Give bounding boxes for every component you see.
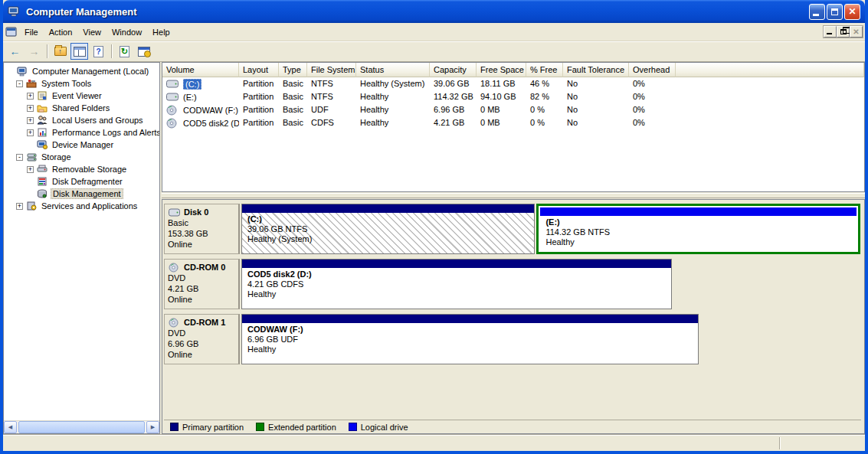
services-icon [25, 201, 38, 211]
column-header-type[interactable]: Type [279, 63, 307, 77]
column-header-capacity[interactable]: Capacity [430, 63, 477, 77]
help-question-icon: ? [93, 46, 103, 57]
tree-item-services-applications[interactable]: + Services and Applications [5, 200, 159, 212]
console-window-icon [5, 27, 17, 38]
partition-d-detail: 4.21 GB CDFS [247, 279, 671, 289]
cdrom0-label[interactable]: CD-ROM 0 DVD 4.21 GB Online [164, 259, 240, 309]
volume-name[interactable]: CODWAW (F:) [183, 106, 238, 115]
expand-icon[interactable]: + [27, 117, 34, 124]
partition-e[interactable]: (E:) 114.32 GB NTFS Healthy [536, 204, 860, 254]
partition-d[interactable]: COD5 disk2 (D:) 4.21 GB CDFS Healthy [241, 259, 672, 309]
volume-name[interactable]: (C:) [183, 79, 201, 90]
cd-icon [168, 263, 180, 273]
up-one-level-button[interactable]: ↑ [51, 43, 69, 60]
close-icon: ✕ [848, 7, 856, 16]
column-header-faulttolerance[interactable]: Fault Tolerance [563, 63, 629, 77]
tree-item-performance-logs[interactable]: + Performance Logs and Alerts [5, 126, 159, 139]
status-bar-divider [779, 437, 781, 449]
menu-view[interactable]: View [77, 25, 106, 39]
volume-name[interactable]: (E:) [183, 93, 197, 102]
mdi-close-button[interactable]: ✕ [850, 26, 863, 38]
menu-window[interactable]: Window [106, 25, 147, 39]
back-button[interactable]: ← [6, 43, 24, 60]
menu-file[interactable]: File [19, 25, 44, 39]
tree-item-event-viewer[interactable]: + Event Viewer [5, 90, 159, 102]
tree-item-computer-management[interactable]: Computer Management (Local) [5, 65, 159, 77]
scrollbar-track[interactable] [17, 421, 146, 433]
scroll-left-button[interactable]: ◀ [4, 421, 17, 433]
disk0-label[interactable]: Disk 0 Basic 153.38 GB Online [164, 204, 240, 254]
menu-help[interactable]: Help [147, 25, 175, 39]
tree-item-shared-folders[interactable]: + Shared Folders [5, 102, 159, 114]
expand-icon[interactable]: + [27, 93, 34, 100]
cdrom1-row: CD-ROM 1 DVD 6.96 GB Online CODWAW (F:) … [164, 314, 861, 364]
column-header-pctfree[interactable]: % Free [526, 63, 563, 77]
partition-f-status: Healthy [247, 345, 698, 354]
menu-action[interactable]: Action [44, 25, 78, 39]
show-hide-console-tree-button[interactable] [70, 43, 88, 60]
close-button[interactable]: ✕ [844, 4, 860, 20]
cd-icon [168, 318, 180, 328]
tree-item-device-manager[interactable]: Device Manager [5, 139, 159, 151]
disk-graphical-view: Disk 0 Basic 153.38 GB Online (C:) 39.06… [162, 199, 865, 434]
scrollbar-thumb[interactable] [18, 421, 145, 433]
properties-button[interactable]: ? [90, 43, 107, 60]
collapse-icon[interactable]: - [16, 80, 23, 87]
column-header-overhead[interactable]: Overhead [629, 63, 676, 77]
scroll-right-button[interactable]: ▶ [146, 421, 159, 433]
mdi-window-controls: ✕ [823, 25, 863, 38]
pane-splitter[interactable] [162, 193, 865, 198]
column-header-filler [676, 63, 864, 77]
partition-f-title: CODWAW (F:) [247, 325, 698, 335]
cdrom1-label[interactable]: CD-ROM 1 DVD 6.96 GB Online [164, 314, 240, 364]
column-header-layout[interactable]: Layout [239, 63, 279, 77]
volume-name[interactable]: COD5 disk2 (D:) [183, 119, 239, 128]
expand-icon[interactable]: + [27, 166, 34, 173]
legend-extended-partition: Extended partition [256, 423, 336, 432]
expand-icon[interactable]: + [16, 203, 23, 210]
tree-item-storage[interactable]: - Storage [5, 151, 159, 163]
forward-button[interactable]: → [25, 43, 43, 60]
window-title: Computer Management [26, 6, 807, 18]
console-tree-panel: Computer Management (Local) - System Too… [3, 62, 160, 434]
legend-logical-drive: Logical drive [349, 423, 408, 432]
partition-f[interactable]: CODWAW (F:) 6.96 GB UDF Healthy [241, 314, 699, 364]
minimize-button[interactable] [809, 4, 825, 20]
partition-d-status: Healthy [247, 289, 671, 299]
tree-item-local-users-groups[interactable]: + Local Users and Groups [5, 114, 159, 126]
partition-c[interactable]: (C:) 39.06 GB NTFS Healthy (System) [241, 204, 535, 254]
back-arrow-icon: ← [10, 45, 21, 57]
minimize-icon [813, 14, 819, 16]
legend-primary-partition: Primary partition [170, 423, 244, 432]
tree-item-system-tools[interactable]: - System Tools [5, 77, 159, 90]
logical-drive-bar [540, 207, 856, 216]
mdi-restore-button[interactable] [837, 26, 850, 38]
computer-icon [16, 66, 28, 77]
maximize-icon [831, 8, 838, 15]
app-computer-icon [8, 5, 20, 18]
views-button[interactable] [135, 43, 152, 60]
title-bar[interactable]: Computer Management ✕ [3, 0, 865, 23]
collapse-icon[interactable]: - [16, 154, 23, 161]
disk0-type: Basic [168, 217, 237, 228]
column-header-freespace[interactable]: Free Space [477, 63, 526, 77]
tree-item-removable-storage[interactable]: + Removable Storage [5, 163, 159, 175]
refresh-button[interactable]: ↻ [116, 43, 133, 60]
tree-item-disk-management[interactable]: Disk Management [5, 188, 159, 200]
mdi-close-icon: ✕ [853, 28, 859, 36]
defrag-icon [36, 176, 48, 187]
maximize-button[interactable] [827, 4, 843, 20]
partition-e-title: (E:) [545, 217, 856, 227]
column-header-filesystem[interactable]: File System [307, 63, 356, 77]
mdi-minimize-button[interactable] [824, 26, 837, 38]
column-header-status[interactable]: Status [356, 63, 430, 77]
expand-icon[interactable]: + [27, 129, 34, 136]
expand-icon[interactable]: + [27, 105, 34, 112]
console-tree: Computer Management (Local) - System Too… [4, 63, 159, 420]
tree-item-disk-defragmenter[interactable]: Disk Defragmenter [5, 175, 159, 188]
disk0-row: Disk 0 Basic 153.38 GB Online (C:) 39.06… [164, 204, 861, 254]
performance-icon [36, 127, 48, 138]
tree-horizontal-scrollbar[interactable]: ◀ ▶ [4, 420, 159, 433]
column-header-volume[interactable]: Volume [162, 63, 239, 77]
cdrom0-partitions: COD5 disk2 (D:) 4.21 GB CDFS Healthy [240, 259, 861, 309]
